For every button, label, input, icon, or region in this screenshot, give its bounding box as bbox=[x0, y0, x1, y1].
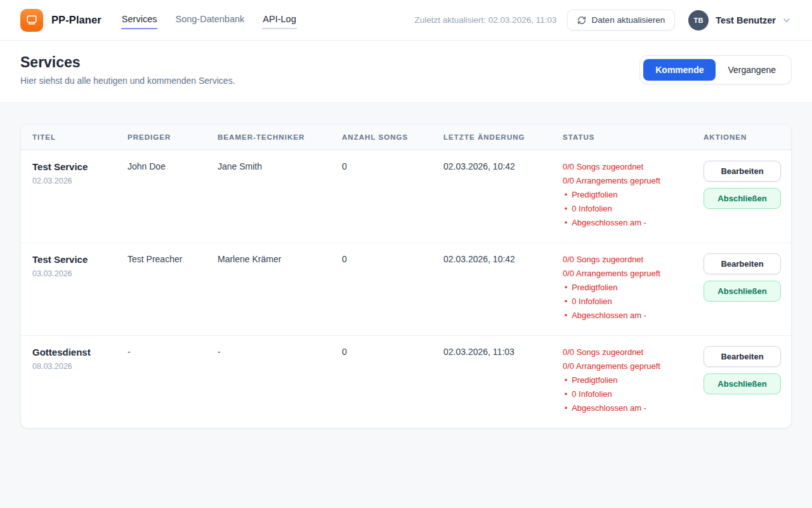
titel-cell: Gottesdienst 08.03.2026 bbox=[32, 336, 128, 428]
service-title: Test Service bbox=[32, 161, 117, 172]
service-title: Gottesdienst bbox=[32, 347, 117, 358]
filter-tab-vergangene[interactable]: Vergangene bbox=[716, 59, 788, 81]
filter-tab-kommende[interactable]: Kommende bbox=[643, 59, 716, 81]
prediger-cell: Test Preacher bbox=[128, 243, 218, 335]
service-filter-toggle: Kommende Vergangene bbox=[639, 55, 792, 84]
col-header-letzte-aenderung: Letzte Änderung bbox=[443, 124, 563, 149]
status-bullet-item: Predigtfolien bbox=[563, 373, 693, 387]
col-header-anzahl-songs: Anzahl Songs bbox=[342, 124, 443, 149]
col-header-titel: Titel bbox=[32, 124, 128, 149]
nav-item-api-log[interactable]: API-Log bbox=[262, 11, 296, 29]
prediger-cell: - bbox=[128, 336, 218, 428]
status-cell: 0/0 Songs zugeordnet 0/0 Arrangements ge… bbox=[563, 150, 704, 243]
services-table-card: Titel Prediger Beamer-Techniker Anzahl S… bbox=[20, 124, 792, 429]
page-title: Services bbox=[20, 54, 235, 71]
refresh-icon bbox=[577, 16, 586, 25]
anzahl-songs-cell: 0 bbox=[342, 336, 443, 428]
app-logo bbox=[20, 9, 43, 32]
status-bullet-item: 0 Infofolien bbox=[563, 387, 693, 401]
status-cell: 0/0 Songs zugeordnet 0/0 Arrangements ge… bbox=[563, 336, 704, 428]
navbar-right: Zuletzt aktualisiert: 02.03.2026, 11:03 … bbox=[414, 10, 792, 30]
anzahl-songs-cell: 0 bbox=[342, 243, 443, 335]
letzte-aenderung-cell: 02.03.2026, 10:42 bbox=[443, 150, 563, 243]
complete-button[interactable]: Abschließen bbox=[704, 373, 781, 394]
letzte-aenderung-cell: 02.03.2026, 10:42 bbox=[443, 243, 563, 335]
status-bullet-item: 0 Infofolien bbox=[563, 202, 693, 216]
table-row: Test Service 03.03.2026 Test Preacher Ma… bbox=[21, 243, 791, 335]
avatar: TB bbox=[688, 10, 709, 30]
col-header-status: Status bbox=[563, 124, 704, 149]
table-header-row: Titel Prediger Beamer-Techniker Anzahl S… bbox=[21, 124, 791, 150]
aktionen-cell: Bearbeiten Abschließen bbox=[704, 243, 791, 335]
status-bullet-item: Abgeschlossen am - bbox=[563, 216, 693, 230]
beamer-techniker-cell: Marlene Krämer bbox=[218, 243, 342, 335]
status-bullet-item: Predigtfolien bbox=[563, 281, 693, 295]
edit-button[interactable]: Bearbeiten bbox=[704, 161, 781, 182]
user-name: Test Benutzer bbox=[716, 15, 776, 25]
refresh-button-label: Daten aktualisieren bbox=[592, 15, 665, 25]
app-title: PP-Planer bbox=[51, 14, 102, 26]
service-date: 03.03.2026 bbox=[32, 269, 117, 278]
beamer-techniker-cell: Jane Smith bbox=[218, 150, 342, 243]
page-subtitle: Hier siehst du alle heutigen und kommend… bbox=[20, 76, 235, 86]
page-header: Services Hier siehst du alle heutigen un… bbox=[0, 41, 812, 103]
titel-cell: Test Service 03.03.2026 bbox=[32, 243, 128, 335]
status-line: 0/0 Songs zugeordnet bbox=[563, 160, 693, 174]
col-header-beamer-techniker: Beamer-Techniker bbox=[218, 124, 342, 149]
beamer-techniker-cell: - bbox=[218, 336, 342, 428]
refresh-data-button[interactable]: Daten aktualisieren bbox=[567, 10, 676, 30]
status-bullet-item: Abgeschlossen am - bbox=[563, 401, 693, 415]
status-bullet-item: Abgeschlossen am - bbox=[563, 309, 693, 323]
service-date: 08.03.2026 bbox=[32, 362, 117, 371]
main-content: Titel Prediger Beamer-Techniker Anzahl S… bbox=[0, 103, 812, 450]
status-line: 0/0 Arrangements geprueft bbox=[563, 359, 693, 373]
edit-button[interactable]: Bearbeiten bbox=[704, 346, 781, 367]
complete-button[interactable]: Abschließen bbox=[704, 188, 781, 209]
status-cell: 0/0 Songs zugeordnet 0/0 Arrangements ge… bbox=[563, 243, 704, 335]
status-line: 0/0 Songs zugeordnet bbox=[563, 253, 693, 267]
status-bullet-item: 0 Infofolien bbox=[563, 295, 693, 309]
service-title: Test Service bbox=[32, 254, 117, 265]
nav-item-song-datenbank[interactable]: Song-Datenbank bbox=[174, 11, 245, 29]
presentation-screen-icon bbox=[25, 13, 39, 27]
nav-item-services[interactable]: Services bbox=[121, 11, 158, 29]
table-row: Gottesdienst 08.03.2026 - - 0 02.03.2026… bbox=[21, 335, 791, 428]
prediger-cell: John Doe bbox=[128, 150, 218, 243]
last-updated-text: Zuletzt aktualisiert: 02.03.2026, 11:03 bbox=[414, 15, 556, 25]
top-navbar: PP-Planer Services Song-Datenbank API-Lo… bbox=[0, 0, 812, 41]
titel-cell: Test Service 02.03.2026 bbox=[32, 150, 128, 243]
aktionen-cell: Bearbeiten Abschließen bbox=[704, 336, 791, 428]
chevron-down-icon bbox=[782, 15, 792, 25]
table-row: Test Service 02.03.2026 John Doe Jane Sm… bbox=[21, 150, 791, 243]
page-heading-group: Services Hier siehst du alle heutigen un… bbox=[20, 54, 235, 86]
status-line: 0/0 Arrangements geprueft bbox=[563, 174, 693, 188]
complete-button[interactable]: Abschließen bbox=[704, 281, 781, 302]
letzte-aenderung-cell: 02.03.2026, 11:03 bbox=[443, 336, 563, 428]
primary-nav: Services Song-Datenbank API-Log bbox=[121, 11, 297, 29]
col-header-prediger: Prediger bbox=[128, 124, 218, 149]
anzahl-songs-cell: 0 bbox=[342, 150, 443, 243]
service-date: 02.03.2026 bbox=[32, 177, 117, 185]
status-bullet-item: Predigtfolien bbox=[563, 188, 693, 202]
user-menu[interactable]: TB Test Benutzer bbox=[688, 10, 792, 30]
status-line: 0/0 Songs zugeordnet bbox=[563, 345, 693, 359]
edit-button[interactable]: Bearbeiten bbox=[704, 253, 781, 274]
status-line: 0/0 Arrangements geprueft bbox=[563, 267, 693, 281]
col-header-aktionen: Aktionen bbox=[704, 124, 780, 149]
aktionen-cell: Bearbeiten Abschließen bbox=[704, 150, 791, 243]
